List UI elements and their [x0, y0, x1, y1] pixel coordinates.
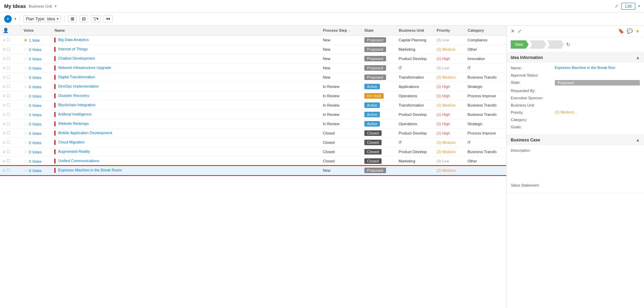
group-button[interactable]: ≡ ▾ — [104, 15, 113, 22]
col-header-priority[interactable]: Priority — [434, 26, 465, 36]
row-idea-name[interactable]: Digital Transformation — [58, 75, 95, 79]
table-row[interactable]: ≡ ☐ ☆ 0 Votes Artificial Intelligence In… — [0, 110, 506, 119]
row-idea-name[interactable]: Espresso Machine in the Break Room — [58, 168, 122, 172]
row-comment-icon[interactable]: ☐ — [7, 159, 10, 163]
row-idea-name[interactable]: Chatbot Development — [58, 56, 95, 60]
workflow-step-2[interactable] — [529, 40, 546, 49]
table-row[interactable]: ≡ ☐ ☆ 0 Votes Network Infrastructure Upg… — [0, 63, 506, 73]
col-header-process[interactable]: Process Step ↓ — [320, 26, 362, 36]
col-header-state[interactable]: State — [362, 26, 396, 36]
table-row[interactable]: ≡ ☐ ☆ 0 Votes Augmented Reality Closed C… — [0, 147, 506, 157]
row-star-icon[interactable]: ☆ — [23, 121, 28, 127]
row-menu-icon[interactable]: ≡ — [3, 47, 5, 52]
row-star-icon[interactable]: ☆ — [23, 149, 28, 155]
vote-link[interactable]: 0 Votes — [29, 159, 42, 163]
row-menu-icon[interactable]: ≡ — [3, 93, 5, 98]
row-menu-icon[interactable]: ≡ — [3, 84, 5, 89]
row-comment-icon[interactable]: ☐ — [7, 121, 10, 126]
vote-link[interactable]: 0 Votes — [29, 169, 42, 173]
vote-link[interactable]: 0 Votes — [29, 85, 42, 89]
row-idea-name[interactable]: Disaster Recovery — [58, 93, 89, 98]
row-idea-name[interactable]: Internet of Things — [58, 47, 87, 51]
row-menu-icon[interactable]: ≡ — [3, 121, 5, 126]
table-row[interactable]: ≡ ☐ ★ 1 Vote Big Data Analytics New Prop… — [0, 36, 506, 45]
row-star-icon[interactable]: ☆ — [23, 93, 28, 99]
list-button[interactable]: List — [621, 3, 635, 10]
table-row[interactable]: ≡ ☐ ☆ 0 Votes DevOps Implementation In R… — [0, 82, 506, 91]
dropdown-arrow-icon[interactable]: ▾ — [14, 17, 16, 21]
refresh-icon[interactable]: ↻ — [566, 42, 570, 47]
row-star-icon[interactable]: ☆ — [23, 65, 28, 71]
row-comment-icon[interactable]: ☐ — [7, 75, 10, 80]
row-star-icon[interactable]: ☆ — [23, 74, 28, 80]
row-comment-icon[interactable]: ☐ — [7, 131, 10, 136]
add-column-button[interactable]: ⊞ — [68, 15, 77, 22]
workflow-step-3[interactable] — [547, 40, 564, 49]
row-star-icon[interactable]: ☆ — [23, 84, 28, 89]
table-row[interactable]: ≡ ☐ ☆ 0 Votes Mobile Application Develop… — [0, 129, 506, 138]
vote-link[interactable]: 0 Votes — [29, 76, 42, 80]
row-star-icon[interactable]: ☆ — [23, 112, 28, 117]
expand-icon[interactable]: ⤢ — [615, 3, 619, 9]
vote-link[interactable]: 0 Votes — [29, 141, 42, 145]
table-row[interactable]: ≡ ☐ ☆ 0 Votes Cloud Migration Closed Clo… — [0, 138, 506, 147]
row-idea-name[interactable]: DevOps Implementation — [58, 84, 99, 88]
row-comment-icon[interactable]: ☐ — [7, 168, 10, 173]
table-row[interactable]: ≡ ☐ ☆ 0 Votes Unified Communications Clo… — [0, 157, 506, 166]
vote-link[interactable]: 0 Votes — [29, 150, 42, 154]
vote-link[interactable]: 0 Votes — [29, 94, 42, 98]
row-star-icon[interactable]: ★ — [23, 37, 28, 43]
row-star-icon[interactable]: ☆ — [23, 130, 28, 136]
row-star-icon[interactable]: ☆ — [23, 47, 28, 52]
col-header-bu[interactable]: Business Unit — [396, 26, 434, 36]
row-menu-icon[interactable]: ≡ — [3, 66, 5, 70]
vote-link[interactable]: 0 Votes — [29, 103, 42, 108]
vote-link[interactable]: 0 Votes — [29, 131, 42, 136]
maximize-icon[interactable]: ⤢ — [518, 28, 522, 34]
plan-type-dropdown[interactable]: Plan Type: Idea ▾ — [23, 16, 61, 22]
list-dropdown-icon[interactable]: ▾ — [638, 4, 640, 8]
row-menu-icon[interactable]: ≡ — [3, 56, 5, 61]
row-menu-icon[interactable]: ≡ — [3, 131, 5, 136]
filter-button[interactable]: ▽ ▾ — [91, 15, 101, 22]
row-comment-icon[interactable]: ☐ — [7, 149, 10, 154]
row-menu-icon[interactable]: ≡ — [3, 149, 5, 154]
close-icon[interactable]: ✕ — [511, 28, 515, 34]
bookmark-icon[interactable]: 🔖 — [618, 28, 624, 34]
row-idea-name[interactable]: Blockchain Integration — [58, 103, 95, 107]
table-row[interactable]: ≡ ☐ ☆ 0 Votes Blockchain Integration In … — [0, 101, 506, 110]
table-row[interactable]: ≡ ☐ ☆ 0 Votes Digital Transformation New… — [0, 73, 506, 82]
add-button[interactable]: + — [4, 15, 12, 23]
business-case-header[interactable]: Business Case ▲ — [507, 135, 644, 145]
row-comment-icon[interactable]: ☐ — [7, 38, 10, 42]
row-comment-icon[interactable]: ☐ — [7, 93, 10, 98]
row-menu-icon[interactable]: ≡ — [3, 168, 5, 173]
row-star-icon[interactable]: ☆ — [23, 168, 28, 173]
row-comment-icon[interactable]: ☐ — [7, 112, 10, 117]
table-row[interactable]: ≡ ☐ ☆ 0 Votes Website Redesign In Review… — [0, 119, 506, 129]
vote-link[interactable]: 0 Votes — [29, 122, 42, 126]
remove-column-button[interactable]: ⊟ — [80, 15, 88, 22]
row-star-icon[interactable]: ☆ — [23, 158, 28, 164]
row-idea-name[interactable]: Website Redesign — [58, 121, 89, 126]
row-menu-icon[interactable]: ≡ — [3, 38, 5, 42]
table-row[interactable]: ≡ ☐ ☆ 0 Votes Chatbot Development New Pr… — [0, 54, 506, 63]
row-star-icon[interactable]: ☆ — [23, 102, 28, 108]
table-row[interactable]: ≡ ☐ ☆ 0 Votes Disaster Recovery In Revie… — [0, 91, 506, 101]
col-header-category[interactable]: Category — [465, 26, 506, 36]
col-header-name[interactable]: Name — [52, 26, 320, 36]
row-idea-name[interactable]: Mobile Application Development — [58, 131, 112, 135]
vote-link[interactable]: 0 Votes — [29, 113, 42, 117]
row-comment-icon[interactable]: ☐ — [7, 56, 10, 61]
row-comment-icon[interactable]: ☐ — [7, 103, 10, 108]
vote-link[interactable]: 0 Votes — [29, 48, 42, 52]
row-menu-icon[interactable]: ≡ — [3, 140, 5, 145]
row-idea-name[interactable]: Cloud Migration — [58, 140, 85, 144]
row-comment-icon[interactable]: ☐ — [7, 84, 10, 89]
table-row[interactable]: ≡ ☐ ☆ 0 Votes Internet of Things New Pro… — [0, 45, 506, 54]
row-comment-icon[interactable]: ☐ — [7, 47, 10, 52]
vote-link[interactable]: 1 Vote — [29, 38, 40, 42]
star-icon[interactable]: ★ — [635, 28, 640, 34]
row-idea-name[interactable]: Network Infrastructure Upgrade — [58, 66, 111, 70]
idea-information-header[interactable]: Idea Information ▲ — [507, 52, 644, 63]
